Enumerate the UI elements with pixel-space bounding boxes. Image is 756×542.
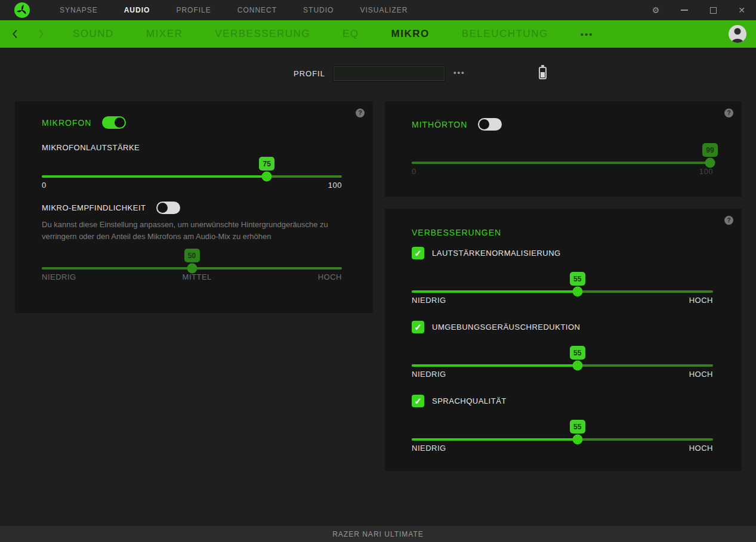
sensitivity-title-row: MIKRO-EMPFINDLICHKEIT: [42, 202, 180, 214]
slider-scale-labels: NIEDRIG HOCH: [412, 444, 713, 453]
razer-synapse-window: SYNAPSE AUDIO PROFILE CONNECT STUDIO VIS…: [0, 0, 756, 542]
tab-eq[interactable]: EQ: [342, 28, 359, 40]
sensitivity-label: MIKRO-EMPFINDLICHKEIT: [42, 203, 146, 212]
profile-label: PROFIL: [294, 69, 325, 78]
verbesserungen-panel: ? VERBESSERUNGEN ✓ LAUTSTÄRKENORMALISIER…: [385, 209, 742, 471]
slider-fill: [412, 364, 578, 367]
voice-clarity-value-badge: 55: [570, 420, 585, 433]
help-icon[interactable]: ?: [724, 109, 733, 117]
noise-reduction-row: ✓ UMGEBUNGSGERÄUSCHREDUKTION: [412, 321, 580, 333]
slider-scale-labels: 0 100: [42, 181, 342, 190]
nav-item-visualizer[interactable]: VISUALIZER: [360, 6, 408, 14]
back-arrow-icon[interactable]: [8, 27, 23, 41]
normalization-slider[interactable]: 55 NIEDRIG HOCH: [412, 290, 713, 293]
slider-min-label: NIEDRIG: [412, 296, 446, 305]
slider-fill: [412, 290, 578, 293]
sensitivity-value-badge: 50: [184, 249, 200, 262]
mic-volume-value-badge: 75: [259, 157, 274, 171]
noise-reduction-slider[interactable]: 55 NIEDRIG HOCH: [412, 364, 713, 367]
nav-item-connect[interactable]: CONNECT: [237, 6, 277, 14]
forward-arrow-icon[interactable]: [33, 27, 48, 41]
mic-volume-slider[interactable]: 75 0 100: [42, 175, 342, 178]
tab-verbesserung[interactable]: VERBESSERUNG: [215, 28, 310, 40]
slider-mid-label: MITTEL: [183, 272, 212, 281]
slider-scale-labels: 0 100: [412, 167, 713, 176]
mic-volume-slider-thumb[interactable]: [262, 172, 272, 182]
tab-mixer[interactable]: MIXER: [146, 28, 183, 40]
tab-beleuchtung[interactable]: BELEUCHTUNG: [462, 28, 548, 40]
mithoerton-title-row: MITHÖRTON: [412, 118, 502, 131]
mithoerton-panel: ? MITHÖRTON 99 0 100: [385, 101, 742, 197]
slider-max-label: 100: [699, 167, 713, 176]
slider-max-label: HOCH: [318, 272, 342, 281]
help-icon[interactable]: ?: [724, 216, 733, 225]
slider-min-label: 0: [42, 181, 47, 190]
normalization-label: LAUTSTÄRKENORMALISIERUNG: [432, 249, 561, 258]
voice-clarity-label: SPRACHQUALITÄT: [432, 397, 507, 405]
mikrofon-title-row: MIKROFON: [42, 116, 126, 129]
slider-max-label: HOCH: [689, 296, 713, 305]
noise-reduction-value-badge: 55: [570, 346, 585, 360]
top-navigation: SYNAPSE AUDIO PROFILE CONNECT STUDIO VIS…: [60, 6, 408, 14]
device-name: RAZER NARI ULTIMATE: [332, 530, 424, 538]
nav-item-profile[interactable]: PROFILE: [176, 6, 211, 14]
window-controls: ⚙ ✕: [641, 0, 756, 20]
slider-max-label: HOCH: [689, 444, 713, 453]
slider-scale-labels: NIEDRIG HOCH: [412, 370, 713, 379]
normalization-slider-thumb[interactable]: [572, 287, 582, 297]
nav-item-synapse[interactable]: SYNAPSE: [60, 6, 98, 14]
normalization-row: ✓ LAUTSTÄRKENORMALISIERUNG: [412, 247, 561, 259]
minimize-button[interactable]: [670, 0, 699, 20]
mic-volume-label: MIKROFONLAUTSTÄRKE: [42, 143, 140, 152]
tab-sound[interactable]: SOUND: [73, 28, 114, 40]
profile-name-input[interactable]: [333, 66, 445, 82]
slider-fill: [412, 162, 710, 164]
noise-reduction-label: UMGEBUNGSGERÄUSCHREDUKTION: [432, 323, 580, 332]
profile-more-icon[interactable]: •••: [453, 68, 465, 77]
voice-clarity-slider[interactable]: 55 NIEDRIG HOCH: [412, 438, 713, 441]
sensitivity-toggle[interactable]: [156, 202, 180, 214]
mikrofon-toggle[interactable]: [102, 116, 126, 129]
settings-gear-icon[interactable]: ⚙: [641, 0, 670, 20]
profile-row: PROFIL •••: [0, 66, 756, 82]
mithoerton-toggle[interactable]: [478, 118, 502, 131]
slider-min-label: NIEDRIG: [412, 444, 446, 453]
slider-fill: [42, 175, 267, 178]
slider-min-label: 0: [412, 167, 416, 176]
minimize-icon: [681, 10, 688, 11]
close-button[interactable]: ✕: [727, 0, 756, 20]
slider-scale-labels: NIEDRIG MITTEL HOCH: [42, 272, 342, 281]
mithoerton-title: MITHÖRTON: [412, 120, 467, 129]
sensitivity-description: Du kannst diese Einstellung anpassen, um…: [42, 219, 355, 243]
slider-min-label: NIEDRIG: [42, 272, 76, 281]
maximize-button[interactable]: [699, 0, 727, 20]
tab-mikro[interactable]: MIKRO: [391, 28, 430, 40]
history-arrows: [8, 27, 48, 41]
noise-reduction-checkbox[interactable]: ✓: [412, 321, 424, 333]
sensitivity-slider-thumb[interactable]: [187, 264, 197, 274]
nav-item-audio[interactable]: AUDIO: [124, 6, 150, 14]
more-tabs-icon[interactable]: •••: [581, 29, 594, 39]
device-bar: RAZER NARI ULTIMATE: [0, 526, 756, 542]
main-content: PROFIL ••• ? MIKROFON MIKROFONLAUTSTÄRKE…: [0, 48, 756, 526]
voice-clarity-checkbox[interactable]: ✓: [412, 395, 424, 407]
voice-clarity-row: ✓ SPRACHQUALITÄT: [412, 395, 507, 407]
normalization-checkbox[interactable]: ✓: [412, 247, 424, 259]
normalization-value-badge: 55: [570, 272, 585, 286]
noise-reduction-slider-thumb[interactable]: [572, 361, 582, 371]
razer-logo-icon: [14, 2, 30, 18]
slider-max-label: HOCH: [689, 370, 713, 379]
mithoerton-value-badge: 99: [702, 143, 718, 157]
sensitivity-slider[interactable]: 50 NIEDRIG MITTEL HOCH: [42, 267, 342, 270]
slider-fill: [412, 438, 578, 441]
help-icon[interactable]: ?: [356, 109, 365, 117]
nav-item-studio[interactable]: STUDIO: [303, 6, 334, 14]
battery-icon: [539, 67, 547, 79]
voice-clarity-slider-thumb[interactable]: [572, 435, 582, 445]
user-avatar[interactable]: [729, 25, 746, 43]
mithoerton-slider[interactable]: 99 0 100: [412, 162, 713, 164]
mithoerton-slider-thumb[interactable]: [705, 158, 715, 168]
audio-subnav: SOUND MIXER VERBESSERUNG EQ MIKRO BELEUC…: [0, 20, 756, 48]
slider-min-label: NIEDRIG: [412, 370, 446, 379]
titlebar: SYNAPSE AUDIO PROFILE CONNECT STUDIO VIS…: [0, 0, 756, 20]
